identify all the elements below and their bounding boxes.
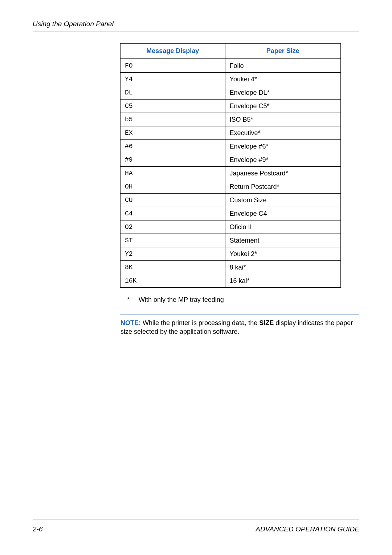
table-header-row: Message Display Paper Size (120, 43, 341, 59)
table-row: C4Envelope C4 (120, 207, 341, 220)
footer-row: 2-6 ADVANCED OPERATION GUIDE (33, 525, 359, 533)
page-footer: 2-6 ADVANCED OPERATION GUIDE (33, 519, 359, 533)
content-area: Message Display Paper Size FOFolioY4Youk… (120, 43, 359, 341)
paper-size-cell: Folio (225, 59, 341, 73)
page-header: Using the Operation Panel (33, 20, 359, 32)
paper-size-cell: Envelope #9* (225, 153, 341, 167)
message-display-cell: #6 (120, 140, 225, 153)
message-display-cell: OH (120, 180, 225, 194)
message-display-cell: DL (120, 86, 225, 100)
paper-size-cell: Executive* (225, 126, 341, 140)
table-header-paper-size: Paper Size (225, 43, 341, 59)
paper-size-cell: Envelope DL* (225, 86, 341, 100)
table-row: STStatement (120, 234, 341, 247)
message-display-cell: O2 (120, 220, 225, 234)
paper-size-table: Message Display Paper Size FOFolioY4Youk… (120, 43, 341, 288)
note-block: NOTE: While the printer is processing da… (120, 315, 359, 341)
document-page: Using the Operation Panel Message Displa… (0, 0, 392, 555)
table-footnote: * With only the MP tray feeding (127, 296, 359, 304)
footer-rule (33, 519, 359, 519)
paper-size-cell: Envelope C5* (225, 100, 341, 113)
paper-size-cell: Envelope C4 (225, 207, 341, 220)
table-row: Y4Youkei 4* (120, 73, 341, 86)
table-row: O2Oficio II (120, 220, 341, 234)
page-number: 2-6 (33, 525, 42, 533)
header-rule (33, 32, 359, 32)
paper-size-cell: Envelope #6* (225, 140, 341, 153)
message-display-cell: 16K (120, 274, 225, 288)
table-row: C5Envelope C5* (120, 100, 341, 113)
table-body: FOFolioY4Youkei 4*DLEnvelope DL*C5Envelo… (120, 59, 341, 288)
note-text-before: While the printer is processing data, th… (141, 319, 259, 327)
paper-size-cell: ISO B5* (225, 113, 341, 126)
paper-size-cell: Return Postcard* (225, 180, 341, 194)
table-header-message-display: Message Display (120, 43, 225, 59)
message-display-cell: ST (120, 234, 225, 247)
table-row: FOFolio (120, 59, 341, 73)
table-row: Y2Youkei 2* (120, 247, 341, 261)
message-display-cell: C5 (120, 100, 225, 113)
table-row: #9Envelope #9* (120, 153, 341, 167)
message-display-cell: 8K (120, 261, 225, 274)
paper-size-cell: Youkei 4* (225, 73, 341, 86)
message-display-cell: EX (120, 126, 225, 140)
footnote-marker: * (127, 296, 130, 303)
table-row: 8K8 kai* (120, 261, 341, 274)
table-row: DLEnvelope DL* (120, 86, 341, 100)
message-display-cell: Y2 (120, 247, 225, 261)
paper-size-cell: Oficio II (225, 220, 341, 234)
note-label: NOTE: (121, 319, 141, 327)
guide-title: ADVANCED OPERATION GUIDE (256, 525, 359, 533)
table-row: HAJapanese Postcard* (120, 167, 341, 180)
table-row: b5ISO B5* (120, 113, 341, 126)
paper-size-cell: 8 kai* (225, 261, 341, 274)
table-row: EXExecutive* (120, 126, 341, 140)
table-row: CUCustom Size (120, 194, 341, 207)
paper-size-cell: Custom Size (225, 194, 341, 207)
table-row: 16K16 kai* (120, 274, 341, 288)
message-display-cell: C4 (120, 207, 225, 220)
paper-size-cell: Statement (225, 234, 341, 247)
message-display-cell: b5 (120, 113, 225, 126)
message-display-cell: CU (120, 194, 225, 207)
section-title: Using the Operation Panel (33, 20, 359, 30)
message-display-cell: #9 (120, 153, 225, 167)
message-display-cell: Y4 (120, 73, 225, 86)
message-display-cell: FO (120, 59, 225, 73)
paper-size-cell: 16 kai* (225, 274, 341, 288)
message-display-cell: HA (120, 167, 225, 180)
paper-size-cell: Youkei 2* (225, 247, 341, 261)
paper-size-cell: Japanese Postcard* (225, 167, 341, 180)
footnote-text: With only the MP tray feeding (139, 296, 224, 303)
table-row: OHReturn Postcard* (120, 180, 341, 194)
table-row: #6Envelope #6* (120, 140, 341, 153)
note-size-word: SIZE (259, 319, 274, 327)
